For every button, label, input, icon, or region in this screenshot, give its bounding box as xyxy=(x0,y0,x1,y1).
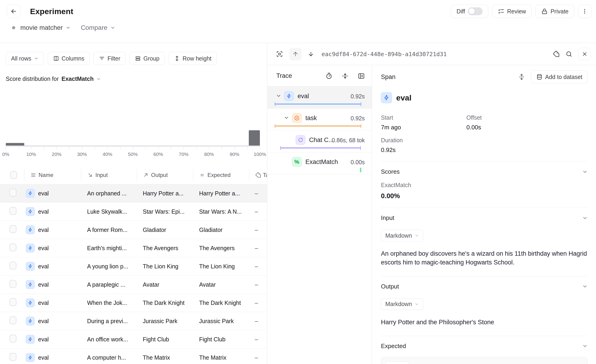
columns-icon xyxy=(53,55,59,61)
private-button[interactable]: Private xyxy=(536,5,574,18)
row-checkbox[interactable] xyxy=(9,353,16,361)
axis-tick xyxy=(44,147,44,149)
table-row[interactable]: eval A former Rom... Gladiator Gladiator… xyxy=(0,221,267,239)
row-output: The Avengers xyxy=(137,245,193,252)
chevron-down-icon[interactable] xyxy=(284,115,289,120)
filter-button[interactable]: Filter xyxy=(94,52,126,65)
compare-selector[interactable]: Compare xyxy=(81,24,107,31)
chevron-down-icon[interactable] xyxy=(66,25,71,30)
axis-tick xyxy=(260,147,260,149)
trace-span-row[interactable]: Chat C...0.86s, 68 tok xyxy=(268,131,372,152)
row-checkbox[interactable] xyxy=(9,225,16,233)
arrow-up-icon xyxy=(292,51,299,57)
axis-tick xyxy=(171,147,171,149)
score-distribution-header[interactable]: Score distribution for ExactMatch xyxy=(6,75,267,82)
columns-button[interactable]: Columns xyxy=(48,52,90,65)
more-options-button[interactable] xyxy=(578,5,591,18)
table-row[interactable]: eval An orphaned ... Harry Potter a... H… xyxy=(0,184,267,202)
table-row[interactable]: eval An office work... Fight Club Fight … xyxy=(0,330,267,348)
diff-toggle-group[interactable]: Diff xyxy=(451,5,488,18)
close-trace-button[interactable] xyxy=(578,48,591,60)
input-format-select[interactable]: Markdown xyxy=(381,230,423,241)
row-checkbox[interactable] xyxy=(9,189,16,197)
arrow-down-right-icon xyxy=(87,172,93,178)
row-tags: – xyxy=(249,190,267,197)
table-row[interactable]: eval A computer h... The Matrix The Matr… xyxy=(0,348,267,364)
chevron-down-icon xyxy=(415,302,419,306)
row-checkbox[interactable] xyxy=(9,262,16,269)
chevron-down-icon xyxy=(34,56,38,61)
row-expected: Fight Club xyxy=(193,336,249,343)
axis-tick-label: 100% xyxy=(254,151,266,157)
search-icon[interactable] xyxy=(566,51,573,58)
axis-tick-label: 50% xyxy=(128,151,138,157)
expand-vertical-icon[interactable] xyxy=(518,74,525,80)
diff-toggle[interactable] xyxy=(468,7,483,15)
histogram-bar[interactable] xyxy=(249,130,260,146)
review-button[interactable]: Review xyxy=(492,5,532,18)
expected-format-select[interactable]: Text xyxy=(386,361,409,364)
score-metric-name: ExactMatch xyxy=(381,182,588,188)
zap-icon xyxy=(26,280,35,289)
timer-icon[interactable] xyxy=(326,73,332,80)
row-checkbox[interactable] xyxy=(9,207,16,215)
column-header-input[interactable]: Input xyxy=(81,169,137,181)
chevron-down-icon[interactable] xyxy=(276,93,281,99)
histogram-bar[interactable] xyxy=(6,143,24,146)
collapse-panel-icon[interactable] xyxy=(358,73,365,80)
trace-span-row[interactable]: task0.92s xyxy=(268,109,372,131)
table-row[interactable]: eval Luke Skywalk... Star Wars: Epi... S… xyxy=(0,202,267,221)
row-checkbox[interactable] xyxy=(9,335,16,342)
column-header-tags[interactable]: Tags xyxy=(249,169,267,181)
trace-span-row[interactable]: eval0.92s xyxy=(268,87,372,109)
row-expected: Star Wars: A N... xyxy=(193,208,249,215)
chevron-down-icon[interactable] xyxy=(582,284,588,289)
table-row[interactable]: eval A paraplegic ... Avatar Avatar – xyxy=(0,275,267,294)
tag-icon[interactable] xyxy=(552,51,559,58)
table-row[interactable]: eval When the Jok... The Dark Knight The… xyxy=(0,294,267,312)
filter-icon xyxy=(99,55,105,61)
chevron-down-icon[interactable] xyxy=(582,343,588,349)
group-button[interactable]: Group xyxy=(130,52,165,65)
score-histogram[interactable]: 0%10%20%30%40%50%60%70%80%90%100% xyxy=(6,130,260,155)
input-section-title: Input xyxy=(381,214,582,222)
row-checkbox[interactable] xyxy=(9,244,16,251)
chevron-down-icon[interactable] xyxy=(582,215,588,221)
axis-tick-label: 70% xyxy=(179,151,188,157)
span-detail-panel: Span Add to dataset eval Start 7m ago Of… xyxy=(372,65,596,364)
row-checkbox[interactable] xyxy=(9,280,16,288)
output-format-select[interactable]: Markdown xyxy=(381,298,423,310)
chevron-down-icon[interactable] xyxy=(110,25,115,30)
column-header-output[interactable]: Output xyxy=(137,169,193,181)
row-input: During a previ... xyxy=(81,318,137,325)
span-name: task xyxy=(305,115,317,122)
add-to-dataset-button[interactable]: Add to dataset xyxy=(531,70,588,83)
row-output: Avatar xyxy=(137,281,193,288)
previous-row-button[interactable] xyxy=(289,48,302,60)
table-row[interactable]: eval A young lion p... The Lion King The… xyxy=(0,257,267,275)
row-expected: The Avengers xyxy=(193,245,249,252)
column-header-name[interactable]: Name xyxy=(24,169,81,181)
chevron-down-icon[interactable] xyxy=(582,169,588,175)
table-row[interactable]: eval Earth's mighti... The Avengers The … xyxy=(0,239,267,257)
row-checkbox[interactable] xyxy=(9,316,16,324)
output-text: Harry Potter and the Philosopher's Stone xyxy=(381,318,589,327)
all-rows-filter-button[interactable]: All rows xyxy=(6,52,44,65)
output-section: Output Markdown Harry Potter and the Phi… xyxy=(381,276,588,327)
next-row-button[interactable] xyxy=(308,51,314,57)
row-checkbox[interactable] xyxy=(9,298,16,306)
fullscreen-icon[interactable] xyxy=(276,50,283,58)
project-status-dot xyxy=(12,26,15,29)
project-selector[interactable]: movie matcher xyxy=(20,24,63,31)
collapse-vertical-icon[interactable] xyxy=(342,73,349,80)
column-header-expected[interactable]: Expected xyxy=(193,169,249,181)
select-all-checkbox[interactable] xyxy=(10,171,17,179)
expected-section: Expected Text 1 Harry Potter and the Sor… xyxy=(381,336,588,364)
trace-span-row[interactable]: %ExactMatch0.00s xyxy=(268,152,372,174)
table-row[interactable]: eval During a previ... Jurassic Park Jur… xyxy=(0,312,267,330)
row-tags: – xyxy=(249,227,267,233)
row-height-button[interactable]: Row height xyxy=(169,52,217,65)
back-button[interactable] xyxy=(7,5,20,18)
row-output: The Dark Knight xyxy=(137,300,193,306)
row-input: Earth's mighti... xyxy=(81,245,137,252)
